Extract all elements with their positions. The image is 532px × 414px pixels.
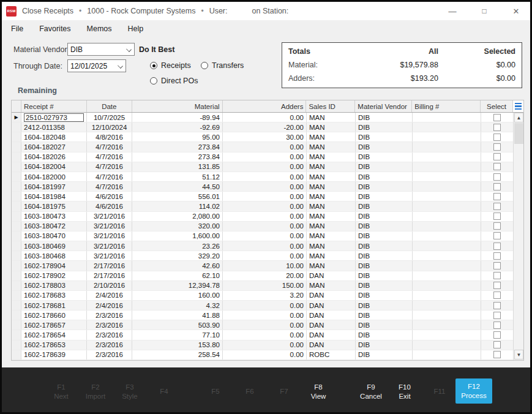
menu-memos[interactable]: Memos: [87, 24, 112, 33]
select-checkbox[interactable]: [493, 351, 501, 358]
column-header-material[interactable]: Material: [132, 100, 223, 112]
select-checkbox[interactable]: [493, 222, 501, 230]
radio-receipts[interactable]: Receipts: [150, 61, 191, 70]
material-cell: 41.88: [132, 310, 223, 320]
receipt-cell: 1603-180470: [21, 231, 87, 241]
select-checkbox[interactable]: [493, 322, 501, 329]
current-row-indicator-icon: ▶: [14, 115, 18, 120]
grid-options-icon[interactable]: [513, 100, 523, 112]
table-row[interactable]: 1604-1820274/7/2016273.840.00MANDIB: [12, 142, 523, 152]
app-logo-icon: RSM: [6, 6, 17, 17]
select-cell: [481, 172, 514, 181]
select-checkbox[interactable]: [493, 312, 501, 319]
material-vendor-dropdown[interactable]: DIB: [67, 43, 135, 56]
column-header-billing[interactable]: Billing #: [412, 100, 481, 112]
select-checkbox[interactable]: [493, 173, 501, 181]
receipt-cell: 1604-181984: [21, 192, 87, 201]
select-checkbox[interactable]: [493, 331, 501, 339]
fkey-number: F8: [314, 383, 322, 392]
select-checkbox[interactable]: [493, 203, 501, 210]
table-row[interactable]: 1602-1789022/17/201662.1020.00DANDIB: [12, 271, 523, 281]
select-checkbox[interactable]: [493, 232, 501, 239]
billing-cell: [413, 152, 481, 162]
select-checkbox[interactable]: [493, 213, 501, 220]
date-cell: 2/3/2016: [87, 330, 132, 339]
select-checkbox[interactable]: [493, 341, 501, 348]
maximize-icon[interactable]: □: [479, 7, 490, 15]
table-row[interactable]: 1603-1804723/21/2016320.000.00MANDIB: [12, 222, 523, 231]
table-row[interactable]: 1604-1820484/8/201695.0030.00MANDIB: [12, 132, 523, 142]
fkey-f12-process[interactable]: F12Process: [455, 378, 492, 404]
table-row[interactable]: 1602-1786812/4/20164.320.00DANDIB: [12, 301, 523, 310]
table-row[interactable]: 1602-1786602/3/201641.880.00DANDIB: [12, 310, 523, 320]
menu-file[interactable]: File: [11, 24, 23, 33]
column-header-date[interactable]: Date: [87, 100, 132, 112]
table-row[interactable]: 1602-1786542/3/201677.100.00DANDIB: [12, 330, 523, 340]
row-selector-cell: [12, 320, 21, 329]
select-checkbox[interactable]: [493, 282, 501, 289]
select-checkbox[interactable]: [493, 114, 501, 121]
sales-id-cell: MAN: [307, 122, 356, 132]
sales-id-cell: MAN: [307, 172, 356, 181]
table-row[interactable]: 1604-1820004/7/201651.120.00MANDIB: [12, 172, 523, 182]
table-row[interactable]: 1602-1786532/3/2016153.800.00DANDIB: [12, 341, 523, 350]
select-checkbox[interactable]: [493, 272, 501, 279]
receipt-cell: 1602-178681: [21, 301, 87, 310]
menu-favorites[interactable]: Favorites: [39, 24, 70, 33]
select-cell: [481, 320, 514, 329]
scroll-down-icon[interactable]: ▼: [514, 350, 523, 359]
table-row[interactable]: 1602-1786392/3/2016258.540.00ROBCDIB: [12, 350, 523, 360]
adders-cell: 0.00: [223, 320, 307, 329]
table-row[interactable]: 1603-1804683/21/2016329.200.00MANDIB: [12, 251, 523, 261]
fkey-f10-exit[interactable]: F10Exit: [386, 367, 423, 412]
column-header-adders[interactable]: Adders: [223, 100, 307, 112]
table-row[interactable]: 1604-1819974/7/201644.500.00MANDIB: [12, 182, 523, 192]
select-checkbox[interactable]: [493, 262, 501, 269]
select-checkbox[interactable]: [493, 143, 501, 151]
table-row[interactable]: 1603-1804733/21/20162,080.000.00MANDIB: [12, 212, 523, 222]
table-row[interactable]: 1604-1820264/7/2016273.840.00MANDIB: [12, 152, 523, 162]
through-date-dropdown[interactable]: 12/01/2025: [67, 59, 126, 72]
column-header-sales-id[interactable]: Sales ID: [306, 100, 355, 112]
select-checkbox[interactable]: [493, 193, 501, 200]
minimize-icon[interactable]: —: [447, 7, 458, 16]
fkey-number: F11: [434, 387, 446, 396]
table-row[interactable]: 1603-1804703/21/20161,600.000.00MANDIB: [12, 231, 523, 241]
table-row[interactable]: 1602-1786572/3/2016503.900.00DANDIB: [12, 320, 523, 330]
table-row[interactable]: 1603-1804693/21/201623.260.00MANDIB: [12, 241, 523, 251]
billing-cell: [413, 261, 481, 270]
table-row[interactable]: 1602-1788032/10/201612,394.78150.00MANDI…: [12, 281, 523, 291]
select-checkbox[interactable]: [493, 292, 501, 299]
close-icon[interactable]: ✕: [511, 7, 522, 16]
scroll-up-icon[interactable]: ▲: [514, 113, 523, 122]
totals-title: Totals: [288, 47, 356, 56]
vertical-scrollbar[interactable]: ▲ ▼: [513, 113, 523, 360]
table-row[interactable]: 1604-1819754/6/2016114.020.00MANDIB: [12, 201, 523, 211]
menu-help[interactable]: Help: [128, 24, 144, 33]
table-row[interactable]: 1602-1786832/4/2016160.003.20DANDIB: [12, 291, 523, 301]
select-checkbox[interactable]: [493, 134, 501, 141]
scrollbar-thumb[interactable]: [514, 123, 523, 144]
sales-id-cell: DAN: [307, 330, 356, 339]
select-checkbox[interactable]: [493, 183, 501, 190]
fkey-f9-cancel[interactable]: F9Cancel: [353, 367, 389, 412]
radio-transfers[interactable]: Transfers: [201, 61, 244, 70]
select-checkbox[interactable]: [493, 302, 501, 309]
header-row-selector: [12, 100, 21, 112]
select-checkbox[interactable]: [493, 153, 501, 160]
table-row[interactable]: ▶2510-02797310/7/2025-89.940.00MANDIB: [12, 113, 523, 122]
radio-direct-pos[interactable]: Direct POs: [150, 77, 198, 85]
column-header-select[interactable]: Select: [481, 100, 513, 112]
select-checkbox[interactable]: [493, 124, 501, 131]
receipt-edit-field[interactable]: 2510-027973: [24, 113, 84, 122]
fkey-f8-view[interactable]: F8View: [300, 367, 337, 412]
table-row[interactable]: 1604-1820044/7/2016131.850.00MANDIB: [12, 162, 523, 172]
table-row[interactable]: 1604-1819844/6/2016556.010.00MANDIB: [12, 192, 523, 201]
column-header-receipt[interactable]: Receipt #: [21, 100, 87, 112]
column-header-material-vendor[interactable]: Material Vendor: [355, 100, 412, 112]
select-checkbox[interactable]: [493, 252, 501, 260]
select-checkbox[interactable]: [493, 163, 501, 170]
table-row[interactable]: 1602-1789042/17/201642.6010.00MANDIB: [12, 261, 523, 271]
select-checkbox[interactable]: [493, 243, 501, 250]
table-row[interactable]: 2412-01135812/10/2024-92.69-20.00MANDIB: [12, 122, 523, 132]
